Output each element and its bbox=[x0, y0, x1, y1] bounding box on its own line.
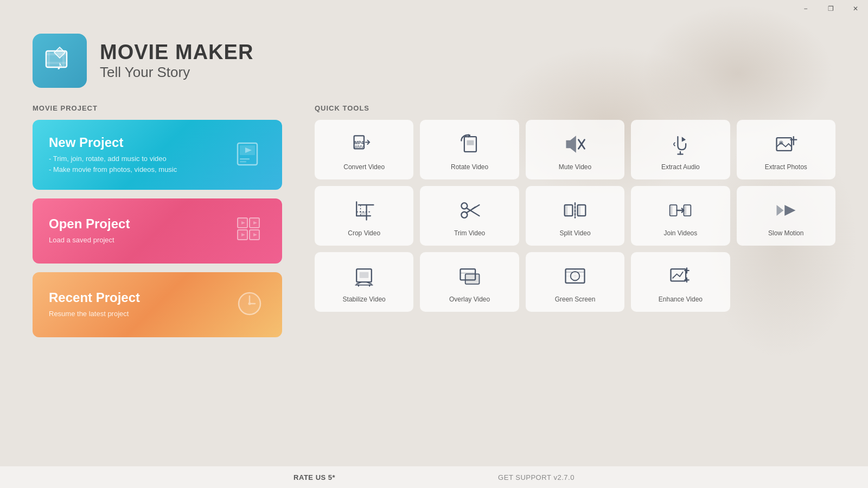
svg-rect-43 bbox=[361, 212, 366, 216]
open-project-icon bbox=[233, 214, 266, 248]
svg-rect-68 bbox=[360, 272, 369, 278]
join-videos-icon bbox=[667, 197, 694, 224]
content-area: MOVIE PROJECT New Project - Trim, join, … bbox=[33, 104, 835, 450]
tool-card-mute-video[interactable]: Mute Video bbox=[526, 120, 624, 179]
tool-card-split-video[interactable]: Split Video bbox=[526, 186, 624, 246]
tool-card-overlay-video[interactable]: Overlay Video bbox=[420, 252, 519, 312]
quick-tools-label: QUICK TOOLS bbox=[315, 104, 835, 112]
overlay-video-label: Overlay Video bbox=[449, 296, 490, 303]
convert-video-label: Convert Video bbox=[343, 163, 385, 171]
open-project-title: Open Project bbox=[49, 216, 130, 232]
svg-text:WMV: WMV bbox=[354, 144, 364, 149]
app-subtitle: Tell Your Story bbox=[100, 64, 253, 81]
svg-marker-60 bbox=[776, 205, 783, 216]
tool-card-join-videos[interactable]: Join Videos bbox=[631, 186, 730, 246]
svg-rect-58 bbox=[671, 206, 673, 215]
convert-video-icon: MP4 WMV bbox=[350, 131, 378, 158]
close-button[interactable]: ✕ bbox=[843, 0, 868, 17]
tool-card-slow-motion[interactable]: Slow Motion bbox=[737, 186, 835, 246]
maximize-button[interactable]: ❐ bbox=[818, 0, 843, 17]
open-project-desc: Load a saved project bbox=[49, 235, 130, 246]
join-videos-label: Join Videos bbox=[663, 229, 697, 237]
app-logo: ♪ bbox=[33, 34, 87, 88]
app-title: MOVIE MAKER bbox=[100, 41, 253, 64]
slow-motion-icon bbox=[773, 197, 800, 224]
svg-rect-3 bbox=[48, 51, 50, 67]
extract-audio-label: Extract Audio bbox=[661, 163, 700, 171]
green-screen-label: Green Screen bbox=[555, 296, 596, 303]
extract-audio-icon bbox=[667, 131, 694, 158]
svg-rect-11 bbox=[240, 161, 246, 163]
new-project-text: New Project - Trim, join, rotate, add mu… bbox=[49, 135, 177, 175]
open-project-text: Open Project Load a saved project bbox=[49, 216, 130, 246]
mute-video-icon bbox=[561, 131, 589, 158]
get-support-label[interactable]: GET SUPPORT v2.7.0 bbox=[498, 473, 575, 481]
extract-photos-label: Extract Photos bbox=[765, 163, 807, 171]
svg-marker-61 bbox=[784, 205, 795, 216]
svg-rect-53 bbox=[566, 205, 568, 216]
svg-rect-29 bbox=[467, 140, 474, 145]
project-cards: New Project - Trim, join, rotate, add mu… bbox=[33, 120, 282, 337]
tool-card-trim-video[interactable]: Trim Video bbox=[420, 186, 519, 246]
right-panel: QUICK TOOLS MP4 WMV Convert Video Rotate… bbox=[315, 104, 835, 450]
tool-card-rotate-video[interactable]: Rotate Video bbox=[420, 120, 519, 179]
green-screen-icon bbox=[561, 263, 589, 290]
svg-rect-59 bbox=[685, 206, 687, 215]
tool-card-green-screen[interactable]: Green Screen bbox=[526, 252, 624, 312]
overlay-video-icon bbox=[456, 263, 483, 290]
tool-card-enhance-video[interactable]: Enhance Video bbox=[631, 252, 730, 312]
tool-card-convert-video[interactable]: MP4 WMV Convert Video bbox=[315, 120, 413, 179]
recent-project-desc: Resume the latest project bbox=[49, 309, 140, 319]
crop-video-icon bbox=[350, 197, 378, 224]
trim-video-label: Trim Video bbox=[454, 229, 485, 237]
recent-project-title: Recent Project bbox=[49, 290, 140, 305]
rotate-video-label: Rotate Video bbox=[451, 163, 488, 171]
new-project-desc2: - Make movie from photos, videos, music bbox=[49, 164, 177, 175]
new-project-card[interactable]: New Project - Trim, join, rotate, add mu… bbox=[33, 120, 282, 190]
split-video-label: Split Video bbox=[559, 229, 590, 237]
tool-card-crop-video[interactable]: Crop Video bbox=[315, 186, 413, 246]
svg-marker-30 bbox=[566, 137, 576, 152]
minimize-button[interactable]: − bbox=[793, 0, 818, 17]
svg-rect-54 bbox=[578, 205, 580, 216]
enhance-video-label: Enhance Video bbox=[659, 296, 703, 303]
header-text: MOVIE MAKER Tell Your Story bbox=[100, 41, 253, 81]
movie-project-label: MOVIE PROJECT bbox=[33, 104, 282, 112]
new-project-title: New Project bbox=[49, 135, 177, 150]
stabilize-video-label: Stabilize Video bbox=[343, 296, 386, 303]
recent-project-text: Recent Project Resume the latest project bbox=[49, 290, 140, 319]
tool-card-extract-audio[interactable]: Extract Audio bbox=[631, 120, 730, 179]
main-content: ♪ MOVIE MAKER Tell Your Story MOVIE PROJ… bbox=[0, 17, 868, 466]
new-project-icon bbox=[233, 138, 266, 172]
open-project-card[interactable]: Open Project Load a saved project bbox=[33, 198, 282, 264]
recent-project-card[interactable]: Recent Project Resume the latest project bbox=[33, 272, 282, 337]
recent-project-icon bbox=[233, 287, 266, 322]
svg-point-23 bbox=[248, 303, 251, 305]
mute-video-label: Mute Video bbox=[559, 163, 592, 171]
titlebar: − ❐ ✕ bbox=[0, 0, 868, 17]
slow-motion-label: Slow Motion bbox=[768, 229, 803, 237]
svg-rect-70 bbox=[465, 274, 479, 284]
tools-grid: MP4 WMV Convert Video Rotate Video Mute … bbox=[315, 120, 835, 312]
footer: RATE US 5* GET SUPPORT v2.7.0 bbox=[0, 466, 868, 488]
svg-text:♪: ♪ bbox=[57, 59, 63, 72]
trim-video-icon bbox=[456, 197, 483, 224]
new-project-desc1: - Trim, join, rotate, add music to video bbox=[49, 153, 177, 164]
rotate-video-icon bbox=[456, 131, 483, 158]
enhance-video-icon bbox=[667, 263, 694, 290]
crop-video-label: Crop Video bbox=[348, 229, 380, 237]
extract-photos-icon bbox=[773, 131, 800, 158]
left-panel: MOVIE PROJECT New Project - Trim, join, … bbox=[33, 104, 282, 450]
split-video-icon bbox=[561, 197, 589, 224]
tool-card-extract-photos[interactable]: Extract Photos bbox=[737, 120, 835, 179]
app-header: ♪ MOVIE MAKER Tell Your Story bbox=[33, 34, 835, 88]
stabilize-video-icon bbox=[350, 263, 378, 290]
rate-us-label[interactable]: RATE US 5* bbox=[293, 473, 335, 481]
tool-card-stabilize-video[interactable]: Stabilize Video bbox=[315, 252, 413, 312]
svg-rect-10 bbox=[240, 158, 250, 160]
